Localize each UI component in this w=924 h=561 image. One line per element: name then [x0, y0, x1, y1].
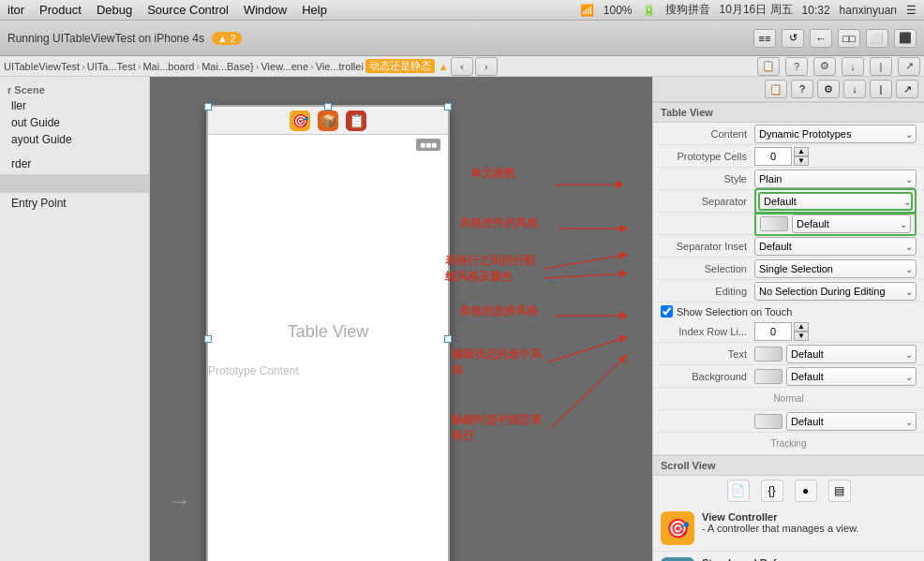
warning-badge[interactable]: ▲ 2: [212, 32, 242, 45]
menu-source-control[interactable]: Source Control: [147, 3, 229, 17]
selection-select[interactable]: Single Selection: [754, 259, 917, 278]
bg-normal-wrapper: Default: [786, 412, 917, 431]
annotation-table-style: 表格控件的风格: [459, 215, 538, 231]
toolbar-back-btn[interactable]: ←: [810, 29, 832, 48]
scroll-icon-4[interactable]: ▤: [828, 480, 851, 502]
scroll-icon-2[interactable]: {}: [761, 480, 783, 502]
battery-icon: 🔋: [642, 4, 656, 17]
background-color-swatch[interactable]: [754, 369, 782, 384]
toolbar-refresh-btn[interactable]: ↺: [782, 29, 804, 48]
sidebar-item-ller[interactable]: ller: [0, 97, 149, 114]
annotation-separator: 表格行之间的分割线风格及颜色: [445, 253, 535, 285]
panel-icon-4[interactable]: ↓: [843, 80, 866, 98]
menu-help[interactable]: Help: [302, 3, 327, 17]
handle-mr[interactable]: [444, 335, 452, 343]
arrow-down-btn[interactable]: ↓: [842, 57, 864, 76]
prototype-cells-decrement[interactable]: ▼: [794, 156, 809, 166]
panel-icon-2[interactable]: ?: [791, 80, 813, 98]
content-select[interactable]: Dynamic Prototypes: [754, 125, 917, 143]
content-select-wrapper: Dynamic Prototypes: [754, 125, 917, 143]
vc-item-storyboard: ◈ Storyboard Reference - Provides a plac…: [653, 552, 924, 561]
toolbar-layout-btn1[interactable]: □□: [838, 29, 860, 48]
prototype-cells-increment[interactable]: ▲: [794, 147, 809, 156]
translate-app: 搜狗拼音: [665, 2, 710, 18]
index-row-stepper-buttons: ▲ ▼: [794, 322, 809, 341]
scroll-icon-3[interactable]: ●: [795, 480, 817, 502]
separator-color-select[interactable]: Default: [792, 214, 911, 233]
separator-label: Separator: [661, 196, 754, 207]
breadcrumb-next[interactable]: ›: [475, 57, 498, 76]
menubar: itor Product Debug Source Control Window…: [0, 0, 924, 21]
toolbar-right: ≡≡ ↺ ← □□ ⬜ ⬛: [753, 29, 917, 48]
panel-icon-6[interactable]: ↗: [896, 80, 918, 98]
sidebar-item-entry-point[interactable]: Entry Point: [0, 195, 149, 212]
separator-color-swatch[interactable]: [760, 216, 788, 231]
phone-icon-3: 📋: [346, 111, 366, 131]
sidebar-item-layout-guide[interactable]: ayout Guide: [0, 131, 149, 148]
breadcrumb-item-4[interactable]: Mai...Base}: [201, 61, 254, 72]
separator-inset-select[interactable]: Default: [754, 237, 917, 256]
text-color-wrapper: Default: [786, 345, 917, 363]
settings-btn[interactable]: ⚙: [813, 57, 836, 76]
index-row-increment[interactable]: ▲: [794, 322, 809, 332]
index-row-decrement[interactable]: ▼: [794, 332, 809, 341]
content-label: Content: [661, 128, 754, 140]
editing-label: Editing: [661, 286, 754, 297]
panel-row-content: Content Dynamic Prototypes: [653, 123, 924, 145]
text-color-swatch[interactable]: [754, 347, 782, 362]
vc-title-2: Storyboard Reference: [702, 557, 917, 561]
handle-tm[interactable]: [324, 103, 332, 111]
prototype-cells-stepper: ▲ ▼: [754, 147, 917, 166]
breadcrumb: UITableViewTest › UITa...Test › Mai...bo…: [0, 56, 924, 77]
panel-icon-1[interactable]: 📋: [765, 80, 787, 98]
sidebar-item-out-guide[interactable]: out Guide: [0, 114, 149, 131]
breadcrumb-item-5[interactable]: View...ene: [261, 61, 308, 72]
run-label: Running UITableViewTest on iPhone 4s: [7, 32, 204, 45]
menu-product[interactable]: Product: [39, 3, 82, 17]
help-btn[interactable]: ?: [785, 57, 808, 76]
inspector-toggle[interactable]: 📋: [757, 57, 780, 76]
panel-row-normal-label: Normal: [653, 388, 924, 410]
toolbar-layout-btn3[interactable]: ⬛: [894, 29, 917, 48]
phone-icon-1: 🎯: [290, 111, 310, 131]
text-color-select[interactable]: Default: [786, 345, 917, 363]
show-selection-checkbox[interactable]: [661, 305, 673, 317]
menu-itor[interactable]: itor: [7, 3, 24, 17]
svg-line-6: [551, 356, 626, 428]
svg-line-5: [547, 337, 626, 362]
panel-icon-3[interactable]: ⚙: [817, 80, 840, 98]
annotation-editing: 编辑状态的选中风格: [452, 347, 542, 378]
editing-select[interactable]: No Selection During Editing: [754, 282, 917, 301]
background-color-select[interactable]: Default: [786, 367, 917, 386]
style-select[interactable]: Plain: [754, 170, 917, 188]
sidebar-item-rder[interactable]: rder: [0, 155, 149, 172]
breadcrumb-item-1[interactable]: UITableViewTest: [4, 61, 80, 72]
separator-select[interactable]: Default: [758, 192, 913, 211]
menu-debug[interactable]: Debug: [97, 3, 132, 17]
toolbar-layout-btn2[interactable]: ⬜: [866, 29, 888, 48]
breadcrumb-item-2[interactable]: UITa...Test: [87, 61, 136, 72]
prototype-cells-input[interactable]: [754, 147, 792, 166]
bg-normal-select[interactable]: Default: [786, 412, 917, 431]
index-row-label: Index Row Li...: [661, 326, 754, 337]
menu-window[interactable]: Window: [244, 3, 287, 17]
handle-ml[interactable]: [204, 335, 212, 343]
breadcrumb-item-3[interactable]: Mai...board: [142, 61, 194, 72]
text-color-row: Default: [754, 345, 917, 363]
handle-tr[interactable]: [444, 103, 452, 111]
breadcrumb-prev[interactable]: ‹: [451, 57, 473, 76]
index-row-input[interactable]: [754, 322, 792, 341]
selection-select-wrapper: Single Selection: [754, 259, 917, 278]
menu-icon[interactable]: ☰: [906, 4, 917, 17]
vc-text-1: View Controller - A controller that mana…: [702, 511, 859, 534]
handle-tl[interactable]: [204, 103, 212, 111]
toolbar-grid-btn[interactable]: ≡≡: [753, 29, 776, 48]
share-btn[interactable]: ↗: [898, 57, 920, 76]
scroll-icon-1[interactable]: 📄: [727, 480, 750, 502]
breadcrumb-item-6[interactable]: Vie...trollei: [316, 61, 364, 72]
vc-title-1: View Controller: [702, 511, 859, 523]
separator-inset-wrapper: Default: [754, 237, 917, 256]
vc-icon-2: ◈: [661, 557, 694, 561]
bg-normal-swatch[interactable]: [754, 414, 782, 429]
breadcrumb-highlight[interactable]: 动态还是静态: [365, 59, 435, 73]
